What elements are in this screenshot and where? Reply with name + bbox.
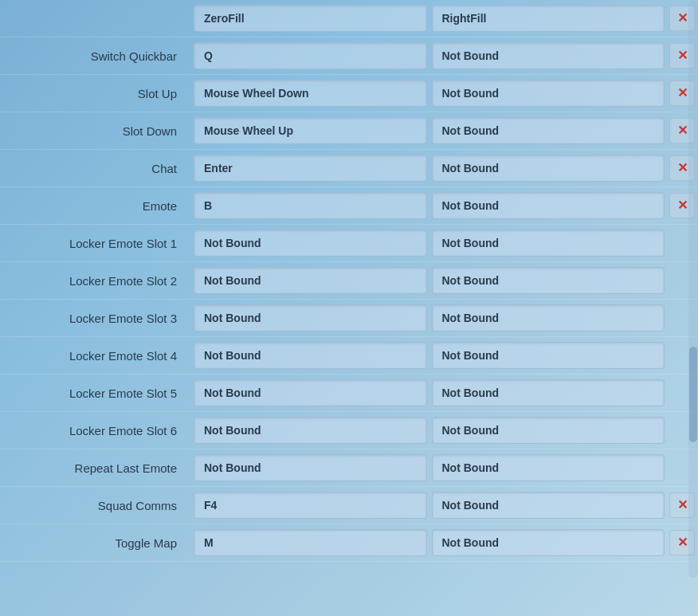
primary-input-locker-emote-5[interactable]: Not Bound (194, 379, 427, 406)
keybind-label-locker-emote-6: Locker Emote Slot 6 (0, 424, 191, 437)
keybind-secondary-repeat-last-emote: Not Bound (432, 454, 665, 481)
keybind-row-locker-emote-6: Locker Emote Slot 6 Not Bound Not Bound (0, 412, 698, 449)
keybind-label-toggle-map: Toggle Map (0, 536, 191, 550)
keybind-label-switch-quickbar: Switch Quickbar (0, 49, 191, 63)
keybind-list: ZeroFill RightFill ✕ Switch Quickbar Q N… (0, 0, 698, 578)
keybind-row-slot-up: Slot Up Mouse Wheel Down Not Bound ✕ (0, 75, 698, 112)
keybind-primary-switch-quickbar: Q (194, 42, 427, 69)
clear-icon-chat: ✕ (677, 162, 688, 175)
secondary-input-locker-emote-1[interactable]: Not Bound (432, 230, 665, 257)
primary-input-squad-comms[interactable]: F4 (194, 492, 427, 519)
clear-icon-squad-comms: ✕ (677, 499, 688, 512)
keybind-row-zeroth: ZeroFill RightFill ✕ (0, 0, 698, 37)
keybind-label-squad-comms: Squad Comms (0, 499, 191, 512)
keybind-label-slot-down: Slot Down (0, 124, 191, 138)
secondary-input-locker-emote-3[interactable]: Not Bound (432, 304, 665, 332)
keybind-secondary-zeroth: RightFill (432, 5, 665, 32)
keybind-primary-locker-emote-6: Not Bound (194, 417, 427, 444)
keybind-primary-slot-down: Mouse Wheel Up (194, 117, 427, 144)
keybind-row-squad-comms: Squad Comms F4 Not Bound ✕ (0, 487, 698, 524)
clear-icon-switch-quickbar: ✕ (677, 49, 688, 62)
keybind-row-emote: Emote B Not Bound ✕ (0, 187, 698, 225)
clear-icon-slot-up: ✕ (677, 87, 688, 100)
secondary-input-locker-emote-6[interactable]: Not Bound (432, 417, 665, 444)
secondary-input-chat[interactable]: Not Bound (432, 155, 665, 182)
secondary-input-toggle-map[interactable]: Not Bound (432, 529, 665, 556)
keybind-secondary-locker-emote-6: Not Bound (432, 417, 665, 444)
keybind-secondary-locker-emote-4: Not Bound (432, 342, 665, 369)
keybind-row-chat: Chat Enter Not Bound ✕ (0, 150, 698, 187)
primary-input-toggle-map[interactable]: M (194, 529, 427, 556)
secondary-input-emote[interactable]: Not Bound (432, 192, 665, 219)
keybind-secondary-toggle-map: Not Bound (432, 529, 665, 556)
primary-input-emote[interactable]: B (194, 192, 427, 219)
secondary-input-slot-down[interactable]: Not Bound (432, 117, 665, 144)
primary-input-slot-down[interactable]: Mouse Wheel Up (194, 117, 427, 144)
keybind-primary-locker-emote-2: Not Bound (194, 267, 427, 294)
primary-input-locker-emote-6[interactable]: Not Bound (194, 417, 427, 444)
secondary-input-switch-quickbar[interactable]: Not Bound (432, 42, 665, 69)
primary-input-chat[interactable]: Enter (194, 155, 427, 182)
keybind-row-toggle-map: Toggle Map M Not Bound ✕ (0, 524, 698, 562)
keybind-row-locker-emote-2: Locker Emote Slot 2 Not Bound Not Bound (0, 262, 698, 300)
primary-input-locker-emote-2[interactable]: Not Bound (194, 267, 427, 294)
primary-input-locker-emote-1[interactable]: Not Bound (194, 230, 427, 257)
primary-input-slot-up[interactable]: Mouse Wheel Down (194, 80, 427, 107)
keybind-label-slot-up: Slot Up (0, 87, 191, 100)
keybind-secondary-emote: Not Bound (432, 192, 665, 219)
secondary-input-locker-emote-2[interactable]: Not Bound (432, 267, 665, 294)
keybind-label-locker-emote-5: Locker Emote Slot 5 (0, 386, 191, 400)
keybind-row-locker-emote-4: Locker Emote Slot 4 Not Bound Not Bound (0, 337, 698, 375)
scrollbar-thumb[interactable] (689, 347, 697, 442)
keybind-label-emote: Emote (0, 199, 191, 213)
keybind-label-locker-emote-1: Locker Emote Slot 1 (0, 237, 191, 250)
keybind-primary-locker-emote-1: Not Bound (194, 230, 427, 257)
secondary-input-squad-comms[interactable]: Not Bound (432, 492, 665, 519)
keybind-label-repeat-last-emote: Repeat Last Emote (0, 461, 191, 475)
primary-input-repeat-last-emote[interactable]: Not Bound (194, 454, 427, 481)
keybind-label-locker-emote-3: Locker Emote Slot 3 (0, 312, 191, 325)
keybind-row-locker-emote-5: Locker Emote Slot 5 Not Bound Not Bound (0, 375, 698, 412)
keybind-label-locker-emote-2: Locker Emote Slot 2 (0, 274, 191, 288)
keybind-secondary-slot-up: Not Bound (432, 80, 665, 107)
secondary-input-slot-up[interactable]: Not Bound (432, 80, 665, 107)
keybind-label-locker-emote-4: Locker Emote Slot 4 (0, 349, 191, 363)
keybind-primary-toggle-map: M (194, 529, 427, 556)
keybind-secondary-slot-down: Not Bound (432, 117, 665, 144)
keybind-primary-squad-comms: F4 (194, 492, 427, 519)
keybind-secondary-locker-emote-5: Not Bound (432, 379, 665, 406)
scrollbar-track[interactable] (688, 0, 698, 578)
clear-icon-emote: ✕ (677, 199, 688, 212)
keybind-row-locker-emote-1: Locker Emote Slot 1 Not Bound Not Bound (0, 225, 698, 262)
keybind-primary-repeat-last-emote: Not Bound (194, 454, 427, 481)
keybind-primary-locker-emote-3: Not Bound (194, 304, 427, 332)
keybind-secondary-chat: Not Bound (432, 155, 665, 182)
secondary-input-repeat-last-emote[interactable]: Not Bound (432, 454, 665, 481)
keybind-label-chat: Chat (0, 162, 191, 175)
keybind-primary-slot-up: Mouse Wheel Down (194, 80, 427, 107)
keybind-primary-locker-emote-4: Not Bound (194, 342, 427, 369)
keybind-primary-emote: B (194, 192, 427, 219)
keybind-secondary-switch-quickbar: Not Bound (432, 42, 665, 69)
keybind-row-repeat-last-emote: Repeat Last Emote Not Bound Not Bound (0, 449, 698, 487)
secondary-input-locker-emote-4[interactable]: Not Bound (432, 342, 665, 369)
keybind-primary-zeroth: ZeroFill (194, 5, 427, 32)
clear-icon-toggle-map: ✕ (677, 536, 688, 549)
keybind-primary-locker-emote-5: Not Bound (194, 379, 427, 406)
keybind-secondary-squad-comms: Not Bound (432, 492, 665, 519)
clear-icon-slot-down: ✕ (677, 124, 688, 137)
primary-input-switch-quickbar[interactable]: Q (194, 42, 427, 69)
primary-input-locker-emote-3[interactable]: Not Bound (194, 304, 427, 332)
keybind-row-switch-quickbar: Switch Quickbar Q Not Bound ✕ (0, 37, 698, 75)
keybind-secondary-locker-emote-1: Not Bound (432, 230, 665, 257)
keybind-secondary-locker-emote-3: Not Bound (432, 304, 665, 332)
primary-input-zeroth[interactable]: ZeroFill (194, 5, 427, 32)
keybind-row-slot-down: Slot Down Mouse Wheel Up Not Bound ✕ (0, 112, 698, 150)
keybind-primary-chat: Enter (194, 155, 427, 182)
primary-input-locker-emote-4[interactable]: Not Bound (194, 342, 427, 369)
secondary-input-zeroth[interactable]: RightFill (432, 5, 665, 32)
keybind-secondary-locker-emote-2: Not Bound (432, 267, 665, 294)
clear-icon-zeroth: ✕ (677, 12, 688, 25)
secondary-input-locker-emote-5[interactable]: Not Bound (432, 379, 665, 406)
keybind-row-locker-emote-3: Locker Emote Slot 3 Not Bound Not Bound (0, 300, 698, 337)
